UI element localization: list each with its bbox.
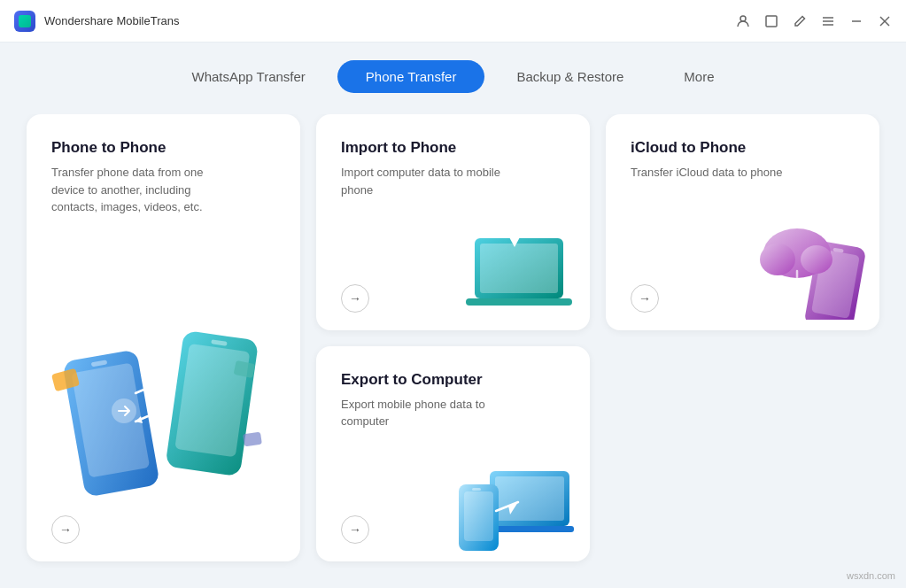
card-export-to-computer[interactable]: Export to Computer Export mobile phone d… [316,346,590,562]
app-logo [14,11,35,32]
svg-point-30 [801,245,832,274]
close-icon[interactable] [878,14,892,28]
card-import-arrow[interactable]: → [341,284,369,313]
window-controls [736,14,892,28]
svg-rect-38 [472,488,481,491]
tab-whatsapp[interactable]: WhatsApp Transfer [163,60,333,93]
card-icloud-desc: Transfer iCloud data to phone [631,164,790,182]
titlebar: Wondershare MobileTrans [0,0,906,43]
window-icon[interactable] [764,14,778,28]
tab-phone[interactable]: Phone Transfer [337,60,485,93]
main-content: WhatsApp Transfer Phone Transfer Backup … [0,43,906,588]
card-icloud-arrow[interactable]: → [631,284,659,313]
card-icloud-title: iCloud to Phone [631,139,855,157]
import-illustration [448,203,581,318]
menu-icon[interactable] [821,14,835,28]
card-phone-to-phone-title: Phone to Phone [51,139,275,157]
tab-backup[interactable]: Backup & Restore [488,60,652,93]
nav-bar: WhatsApp Transfer Phone Transfer Backup … [0,43,906,114]
icloud-illustration [740,205,872,320]
phone-to-phone-illustration [40,318,288,513]
card-export-desc: Export mobile phone data to computer [341,396,500,430]
minimize-icon[interactable] [849,14,863,28]
card-import-title: Import to Phone [341,139,565,157]
svg-rect-1 [766,16,777,27]
edit-icon[interactable] [793,14,807,28]
cards-grid: Phone to Phone Transfer phone data from … [0,114,906,588]
card-import-to-phone[interactable]: Import to Phone Import computer data to … [316,114,590,330]
tab-more[interactable]: More [655,60,742,93]
card-icloud-to-phone[interactable]: iCloud to Phone Transfer iCloud data to … [606,114,879,330]
svg-point-0 [740,16,746,21]
card-phone-to-phone-desc: Transfer phone data from one device to a… [51,164,211,216]
card-phone-to-phone[interactable]: Phone to Phone Transfer phone data from … [27,114,300,561]
app-title: Wondershare MobileTrans [44,14,736,27]
svg-rect-37 [464,491,493,541]
svg-rect-34 [495,476,564,521]
svg-point-24 [507,216,522,230]
svg-marker-32 [792,286,802,298]
svg-rect-21 [480,244,558,293]
card-phone-to-phone-arrow[interactable]: → [51,515,80,544]
svg-point-29 [760,244,795,275]
card-import-desc: Import computer data to mobile phone [341,164,500,198]
svg-rect-18 [243,432,262,447]
card-export-arrow[interactable]: → [341,515,369,544]
export-illustration [441,436,583,551]
svg-rect-22 [466,298,572,306]
card-export-title: Export to Computer [341,371,565,389]
person-icon[interactable] [736,14,750,28]
